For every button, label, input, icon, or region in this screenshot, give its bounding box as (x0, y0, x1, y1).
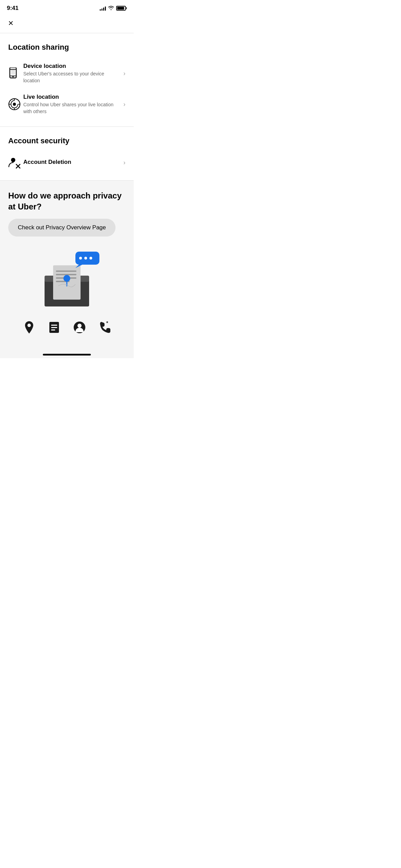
account-deletion-title: Account Deletion (23, 159, 121, 166)
svg-point-11 (11, 158, 15, 162)
svg-point-6 (13, 103, 16, 106)
svg-point-24 (84, 257, 87, 260)
location-sharing-section: Location sharing Device location Select … (0, 33, 134, 126)
privacy-overview-button[interactable]: Check out Privacy Overview Page (8, 219, 116, 237)
location-pin-icon (21, 319, 38, 336)
account-deletion-icon (8, 156, 23, 169)
svg-point-23 (79, 257, 82, 260)
live-location-content: Live location Control how Uber shares yo… (23, 94, 121, 115)
wifi-icon (108, 5, 114, 11)
location-sharing-title: Location sharing (8, 43, 125, 52)
bottom-icons-row: * (8, 313, 125, 341)
illustration-svg (19, 241, 115, 310)
account-security-section: Account security Account Deletion › (0, 127, 134, 180)
svg-point-21 (63, 275, 70, 282)
privacy-question: How do we approach privacy at Uber? (8, 190, 125, 212)
battery-icon (116, 6, 127, 11)
svg-rect-29 (51, 327, 57, 328)
device-location-icon (8, 68, 23, 79)
svg-point-26 (27, 324, 31, 327)
svg-point-25 (89, 257, 92, 260)
account-deletion-content: Account Deletion (23, 159, 121, 167)
device-location-chevron-icon: › (123, 70, 125, 77)
svg-rect-28 (51, 325, 57, 326)
live-location-icon (8, 98, 23, 110)
live-location-item[interactable]: Live location Control how Uber shares yo… (8, 89, 125, 120)
device-location-content: Device location Select Uber's accesses t… (23, 63, 121, 84)
person-icon (71, 319, 88, 336)
svg-text:*: * (106, 321, 108, 326)
live-location-chevron-icon: › (123, 101, 125, 108)
device-location-item[interactable]: Device location Select Uber's accesses t… (8, 58, 125, 89)
status-icons (100, 5, 127, 11)
header: × (0, 14, 134, 33)
document-list-icon (46, 319, 63, 336)
live-location-title: Live location (23, 94, 121, 100)
status-time: 9:41 (7, 5, 19, 12)
home-indicator (0, 348, 134, 358)
account-security-title: Account security (8, 136, 125, 145)
phone-asterisk-icon: * (96, 319, 113, 336)
account-deletion-item[interactable]: Account Deletion › (8, 152, 125, 173)
home-bar (43, 354, 91, 355)
svg-rect-22 (75, 252, 99, 265)
svg-point-32 (77, 324, 82, 328)
device-location-subtitle: Select Uber's accesses to your device lo… (23, 71, 121, 84)
signal-bars-icon (100, 6, 106, 11)
privacy-section: How do we approach privacy at Uber? Chec… (0, 181, 134, 348)
device-location-title: Device location (23, 63, 121, 70)
close-button[interactable]: × (7, 17, 15, 29)
svg-rect-30 (51, 329, 55, 330)
account-deletion-chevron-icon: › (123, 159, 125, 166)
privacy-illustration (8, 245, 125, 313)
status-bar: 9:41 (0, 0, 134, 14)
live-location-subtitle: Control how Uber shares your live locati… (23, 101, 121, 115)
svg-rect-17 (56, 270, 76, 272)
